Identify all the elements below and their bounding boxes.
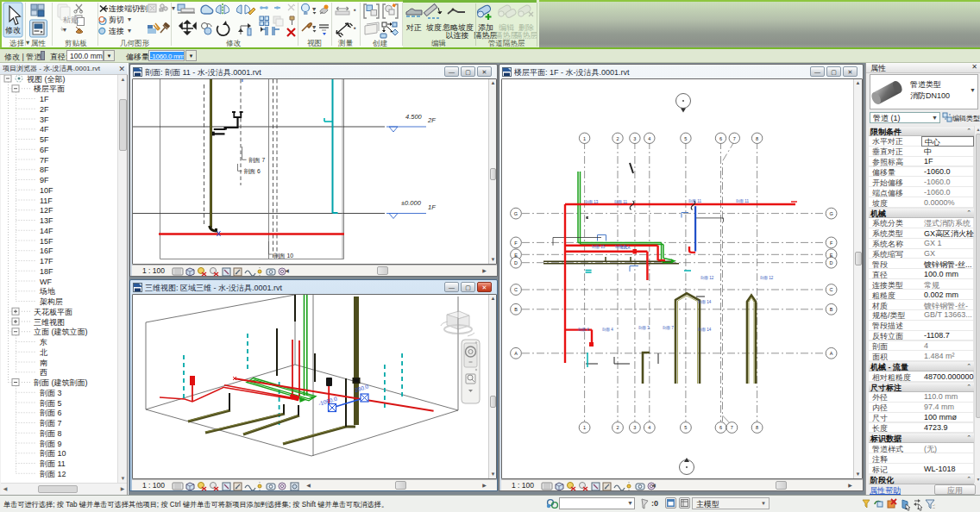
svg-text:1: 1 — [583, 136, 586, 141]
svg-text:601A: 601A — [621, 246, 631, 250]
svg-text:12F: 12F — [40, 206, 53, 215]
svg-text:三维视图: 三维视图 — [34, 318, 65, 327]
svg-text:剖面 9: 剖面 9 — [40, 440, 62, 448]
svg-text:修改: 修改 — [5, 26, 21, 34]
svg-text:粘贴: 粘贴 — [63, 16, 79, 24]
svg-text:选择: 选择 — [9, 39, 25, 47]
svg-text:剖面 10: 剖面 10 — [273, 253, 293, 259]
svg-text:▾: ▾ — [312, 5, 316, 13]
svg-text:4.500: 4.500 — [405, 113, 423, 121]
svg-text:C: C — [830, 287, 833, 292]
svg-text:4: 4 — [648, 136, 650, 141]
svg-text:连接端切割: 连接端切割 — [109, 4, 148, 13]
svg-text:剖面 13: 剖面 13 — [585, 200, 599, 204]
svg-text:对正: 对正 — [405, 23, 422, 32]
svg-text:视图: 视图 — [307, 39, 322, 47]
svg-text:17F: 17F — [40, 257, 53, 265]
svg-text:WF: WF — [40, 278, 52, 286]
svg-text:东: 东 — [39, 338, 47, 347]
svg-text:剖面 11: 剖面 11 — [688, 199, 701, 203]
svg-text:测量: 测量 — [337, 39, 354, 47]
svg-text:剖面 11: 剖面 11 — [736, 199, 749, 203]
svg-text:9F: 9F — [40, 176, 49, 184]
svg-text:剪切: 剪切 — [109, 16, 124, 24]
svg-text:3: 3 — [633, 425, 636, 430]
svg-text:剖面 5: 剖面 5 — [40, 399, 62, 408]
svg-text:A: A — [830, 351, 833, 356]
svg-text:8F: 8F — [40, 165, 49, 174]
svg-text:剖面 6: 剖面 6 — [40, 409, 62, 417]
svg-text:南: 南 — [40, 359, 47, 367]
svg-text:场地: 场地 — [39, 287, 55, 296]
svg-text:管道隔热层: 管道隔热层 — [488, 39, 525, 47]
svg-text::1: :1 — [933, 503, 935, 509]
svg-text:▾: ▾ — [312, 23, 316, 31]
svg-text:坡度: 坡度 — [425, 23, 442, 32]
svg-text:±0.000: ±0.000 — [401, 199, 422, 207]
svg-text:剖面 7: 剖面 7 — [663, 326, 674, 330]
svg-text:D: D — [830, 260, 833, 265]
svg-text:几何图形: 几何图形 — [120, 39, 150, 47]
svg-text:4: 4 — [648, 425, 650, 430]
svg-text:剖面 4: 剖面 4 — [578, 328, 589, 332]
svg-text:6: 6 — [719, 136, 722, 141]
svg-text:▾: ▾ — [128, 27, 131, 34]
svg-text:3F: 3F — [40, 116, 49, 124]
svg-text:10F: 10F — [40, 186, 53, 195]
svg-text:2F: 2F — [40, 105, 49, 114]
svg-text:A: A — [514, 351, 518, 356]
svg-text:D: D — [514, 260, 518, 265]
svg-text:剪贴板: 剪贴板 — [65, 39, 87, 47]
svg-text:1F: 1F — [40, 95, 49, 103]
svg-text:E: E — [830, 253, 833, 258]
svg-text:1F: 1F — [428, 203, 436, 211]
svg-text:连接: 连接 — [109, 27, 124, 35]
svg-text:7: 7 — [731, 425, 733, 430]
svg-text:6F: 6F — [40, 146, 49, 154]
svg-text:5: 5 — [684, 136, 687, 141]
svg-text:剖面 12: 剖面 12 — [760, 276, 774, 280]
svg-text:B: B — [514, 307, 518, 312]
svg-text:剖面 8: 剖面 8 — [40, 429, 62, 438]
svg-text:G: G — [829, 211, 832, 216]
svg-text:剖面 11: 剖面 11 — [40, 459, 66, 468]
svg-text:剖面 3: 剖面 3 — [638, 326, 650, 330]
svg-text:18F: 18F — [40, 267, 53, 276]
svg-text:B: B — [830, 307, 833, 312]
svg-text:▾: ▾ — [128, 16, 131, 23]
svg-text:▪: ▪ — [354, 24, 356, 32]
svg-text:3: 3 — [633, 136, 636, 141]
svg-text:剖面 15: 剖面 15 — [592, 245, 606, 249]
svg-text:C: C — [514, 287, 518, 292]
svg-text:11F: 11F — [40, 197, 53, 205]
svg-text:西: 西 — [40, 368, 47, 377]
svg-text:13F: 13F — [40, 216, 53, 225]
svg-text:立面 (建筑立面): 立面 (建筑立面) — [34, 328, 88, 336]
svg-text:楼层平面: 楼层平面 — [33, 84, 65, 93]
svg-text:剖面 14: 剖面 14 — [698, 300, 712, 304]
svg-text:1: 1 — [583, 425, 586, 430]
svg-text:视图 (全部): 视图 (全部) — [27, 75, 66, 84]
svg-text:编辑: 编辑 — [431, 39, 446, 47]
svg-text:2F: 2F — [427, 116, 436, 124]
svg-text:5F: 5F — [40, 135, 49, 144]
svg-text:▾: ▾ — [26, 38, 30, 47]
svg-text:2: 2 — [616, 136, 619, 141]
svg-text:8: 8 — [756, 425, 758, 430]
svg-text:G: G — [514, 211, 518, 216]
svg-text:7: 7 — [733, 136, 736, 141]
svg-text:▪: ▪ — [138, 4, 141, 12]
svg-text:剖面 11: 剖面 11 — [614, 200, 627, 204]
svg-text:属性: 属性 — [31, 39, 47, 47]
svg-text:▾: ▾ — [172, 4, 175, 12]
svg-text:E: E — [514, 253, 518, 258]
svg-text:剖面 4: 剖面 4 — [602, 328, 613, 332]
svg-text:▾: ▾ — [63, 26, 66, 34]
svg-text:剖面 7: 剖面 7 — [248, 157, 265, 164]
svg-text:剖面 6: 剖面 6 — [244, 168, 261, 175]
svg-text:以连接: 以连接 — [446, 31, 469, 40]
svg-text:6: 6 — [719, 425, 722, 430]
svg-text:剖面 12: 剖面 12 — [700, 276, 714, 280]
svg-text:▪: ▪ — [354, 6, 356, 14]
svg-text:天花板平面: 天花板平面 — [34, 308, 72, 316]
